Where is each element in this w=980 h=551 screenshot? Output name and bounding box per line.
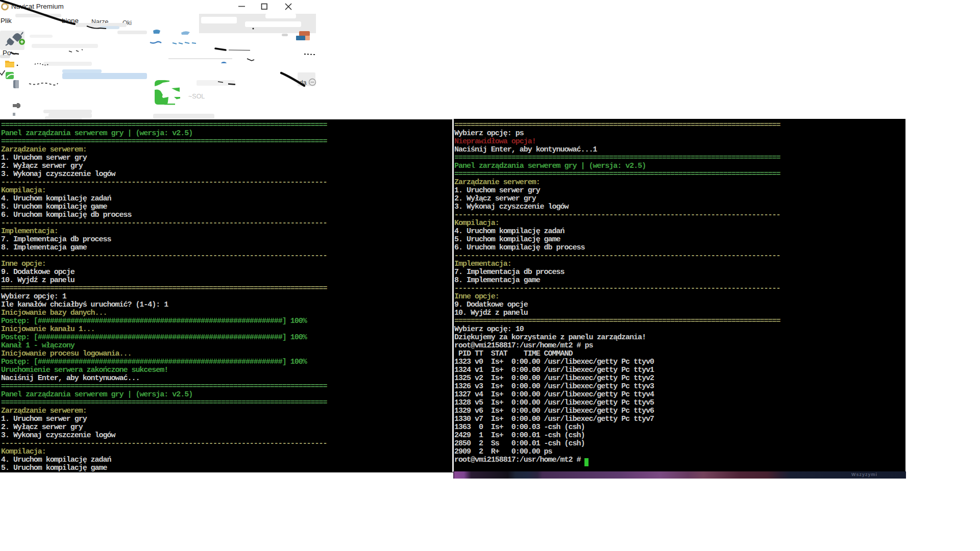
svg-text:Po: Po bbox=[3, 49, 11, 57]
